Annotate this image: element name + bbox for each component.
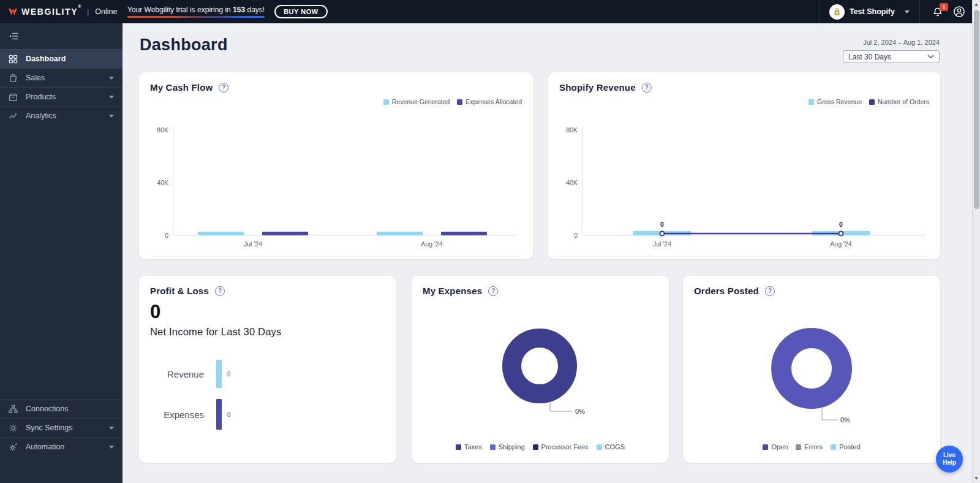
- legend-swatch: [831, 444, 836, 450]
- card-title: My Cash Flow: [150, 82, 213, 93]
- y-axis-tick: 40K: [157, 179, 168, 186]
- legend-label: Open: [771, 443, 788, 451]
- legend-label: Errors: [804, 443, 823, 451]
- legend-label: Number of Orders: [878, 98, 929, 105]
- legend-item-shipping[interactable]: Shipping: [490, 443, 525, 451]
- sidebar-item-sales[interactable]: Sales: [0, 68, 123, 87]
- live-help-button[interactable]: Live Help: [936, 446, 963, 473]
- help-icon[interactable]: ?: [642, 83, 652, 93]
- legend-label: Taxes: [464, 443, 482, 451]
- legend-swatch: [533, 444, 538, 450]
- metric-label: Revenue: [150, 369, 204, 379]
- trial-banner: Your Webgility trial is expiring in 153 …: [127, 6, 265, 18]
- legend-label: COGS: [605, 443, 625, 451]
- chart-axes: [582, 126, 925, 235]
- user-profile-button[interactable]: [953, 6, 965, 18]
- my_expenses-callout-label: 0%: [575, 408, 585, 415]
- trial-progress-gradient: [127, 16, 265, 18]
- sidebar-item-label: Sales: [26, 74, 45, 82]
- connections-icon: [9, 405, 18, 414]
- dashboard-grid-icon: [9, 55, 18, 64]
- date-range-select[interactable]: Last 30 Days: [843, 50, 940, 63]
- legend-swatch: [796, 444, 801, 450]
- legend-swatch: [383, 99, 389, 105]
- legend-swatch: [457, 99, 462, 105]
- user-account-icon: [953, 6, 965, 18]
- legend-item-number-of-orders[interactable]: Number of Orders: [869, 98, 929, 105]
- sidebar-item-dashboard[interactable]: Dashboard: [0, 49, 123, 68]
- shopify_revenue-point-aug-24: [839, 232, 843, 236]
- legend-item-taxes[interactable]: Taxes: [456, 443, 482, 451]
- help-icon[interactable]: ?: [219, 83, 228, 93]
- help-icon[interactable]: ?: [765, 286, 775, 296]
- page-scrollbar[interactable]: [972, 0, 980, 483]
- sidebar-nav-bottom: ConnectionsSync SettingsAutomation: [0, 399, 123, 456]
- trial-days-count: 153: [233, 6, 245, 14]
- legend-swatch: [490, 444, 496, 450]
- orders_posted-callout-label: 0%: [840, 416, 850, 424]
- x-axis-label: Aug '24: [421, 240, 442, 248]
- brand-separator: |: [87, 7, 89, 17]
- sidebar-item-automation[interactable]: Automation: [0, 437, 123, 456]
- cash-flow-card: My Cash Flow ? Revenue GeneratedExpenses…: [139, 72, 533, 259]
- legend-swatch: [763, 444, 768, 450]
- legend-swatch: [869, 99, 875, 105]
- chevron-down-icon: [109, 77, 114, 80]
- legend-item-cogs[interactable]: COGS: [597, 443, 625, 451]
- net-income-caption: Net Income for Last 30 Days: [150, 326, 385, 338]
- account-switcher[interactable]: S Test Shopify: [819, 0, 920, 23]
- analytics-chart-icon: [9, 112, 18, 121]
- x-axis-label: Jul '24: [653, 240, 671, 248]
- chevron-down-icon: [905, 10, 910, 13]
- cash_flow-bar-revenue-generated-aug-24: [377, 232, 423, 235]
- my-expenses-donut-chart: 0%: [412, 300, 669, 441]
- chevron-down-icon: [109, 446, 114, 449]
- legend-item-expenses-allocated[interactable]: Expenses Allocated: [457, 98, 522, 105]
- chart-legend: Revenue GeneratedExpenses Allocated: [383, 98, 522, 105]
- legend-item-open[interactable]: Open: [763, 443, 788, 451]
- orders-posted-card: Orders Posted ? 0% OpenErrorsPosted: [683, 276, 940, 463]
- metric-label: Expenses: [150, 409, 204, 420]
- chart-legend: OpenErrorsPosted: [683, 443, 940, 451]
- date-range-selected-value: Last 30 Days: [848, 53, 891, 61]
- orders-posted-donut-chart: 0%: [683, 300, 940, 441]
- legend-item-posted[interactable]: Posted: [831, 443, 860, 451]
- cash_flow-bar-expenses-allocated-jul-24: [262, 232, 308, 235]
- scrollbar-up-arrow[interactable]: [974, 3, 978, 6]
- sidebar-item-label: Analytics: [26, 112, 56, 120]
- help-icon[interactable]: ?: [215, 286, 225, 296]
- legend-item-revenue-generated[interactable]: Revenue Generated: [383, 98, 450, 105]
- legend-label: Expenses Allocated: [466, 98, 522, 105]
- y-axis-tick: 80K: [566, 126, 578, 134]
- scrollbar-thumb[interactable]: [974, 10, 979, 209]
- sidebar-item-sync-settings[interactable]: Sync Settings: [0, 418, 123, 437]
- help-icon[interactable]: ?: [488, 286, 498, 296]
- sidebar-nav-main: DashboardSalesProductsAnalytics: [0, 49, 123, 125]
- legend-item-gross-revenue[interactable]: Gross Revenue: [809, 98, 862, 105]
- chart-legend: TaxesShippingProcessor FeesCOGS: [412, 443, 669, 451]
- sidebar-item-label: Dashboard: [26, 55, 66, 63]
- x-axis-label: Jul '24: [244, 240, 262, 248]
- y-axis-tick: 40K: [566, 179, 578, 186]
- orders_posted-donut-ring: [782, 338, 842, 399]
- metric-bar-revenue: [216, 360, 222, 388]
- legend-item-errors[interactable]: Errors: [796, 443, 823, 451]
- sidebar-item-connections[interactable]: Connections: [0, 399, 123, 418]
- collapse-sidebar-button[interactable]: [0, 23, 28, 49]
- legend-label: Gross Revenue: [817, 98, 862, 105]
- card-title: Shopify Revenue: [559, 82, 636, 93]
- notifications-button[interactable]: 1: [932, 7, 943, 17]
- webgility-logo: WEBGILITY® | Online: [0, 7, 123, 17]
- orders_posted-callout-line: [822, 408, 837, 420]
- buy-now-button[interactable]: BUY NOW: [274, 5, 327, 18]
- sidebar-item-products[interactable]: Products: [0, 87, 123, 106]
- brand-mode-label: Online: [95, 7, 117, 16]
- legend-item-processor-fees[interactable]: Processor Fees: [533, 443, 589, 451]
- chevron-down-icon: [109, 96, 114, 99]
- legend-swatch: [597, 444, 602, 450]
- profit-loss-card: Profit & Loss ? 0 Net Income for Last 30…: [139, 276, 396, 463]
- cash_flow-bar-expenses-allocated-aug-24: [441, 232, 487, 235]
- scrollbar-down-arrow[interactable]: [974, 477, 978, 480]
- sidebar: DashboardSalesProductsAnalytics Connecti…: [0, 23, 123, 483]
- sidebar-item-analytics[interactable]: Analytics: [0, 106, 123, 125]
